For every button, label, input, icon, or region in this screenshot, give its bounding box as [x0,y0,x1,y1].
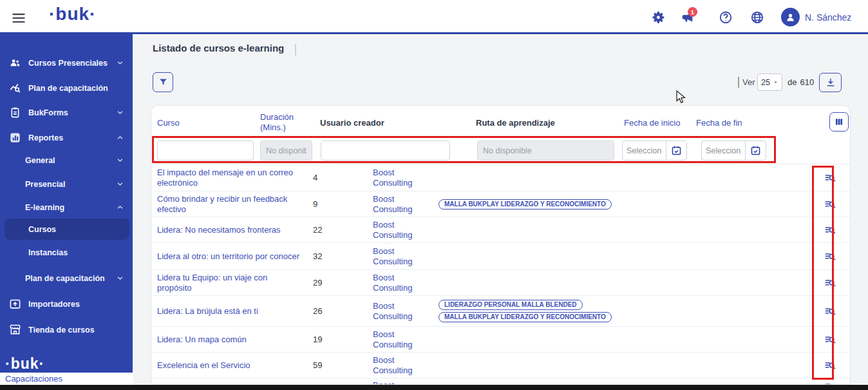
duration-cell: 9 [313,191,317,217]
sidebar-item-plan-de-capacitaci-n[interactable]: Plan de capacitación [0,268,133,289]
clipboard-icon [9,106,21,119]
chevron-icon [116,203,124,211]
duration-cell: 32 [313,243,322,269]
table-row: Lidera: La brújula está en ti 26 Boost C… [151,295,850,326]
sidebar-item-importadores[interactable]: Importadores [0,293,133,315]
sidebar-item-bukforms[interactable]: BukForms [0,102,133,123]
sidebar: Cursos Presenciales Plan de capacitación… [0,34,133,373]
course-link[interactable]: Lidera al otro: un territorio por conoce… [157,251,299,261]
download-button[interactable] [819,73,842,92]
view-course-details-button[interactable] [824,250,836,262]
creator-link[interactable]: Boost Consulting [373,355,427,375]
sidebar-item-presencial[interactable]: Presencial [0,173,133,195]
fecha-fin-input[interactable] [701,141,745,161]
duration-cell: 22 [313,217,322,242]
column-header-fecha-fin[interactable]: Fecha de fin [696,106,742,139]
duration-cell: 4 [313,164,317,191]
chevron-icon [116,108,124,117]
view-course-details-button[interactable] [824,333,836,346]
bar-chart-icon [9,132,21,144]
course-link[interactable]: Lidera: La brújula está en ti [157,306,258,316]
view-course-details-button[interactable] [824,171,836,184]
filter-fecha-fin [701,141,766,161]
avatar[interactable] [781,8,800,26]
table-row: Lidera: No necesitamos fronteras 22 Boos… [151,217,850,242]
course-link[interactable]: El impacto del mensaje en un correo elec… [157,168,303,188]
page-size-value: 25 [761,78,770,87]
folder-up-icon [9,298,21,310]
learning-path-cell [439,217,638,242]
calendar-check-icon [750,145,761,156]
learning-path-badge: LIDERAZGO PERSONAL MALLA BLENDED [439,300,583,310]
view-course-details-button[interactable] [824,305,836,317]
view-course-details-button[interactable] [824,380,836,385]
sidebar-item-e-learning[interactable]: E-learning [0,197,133,218]
creator-link[interactable]: Boost Consulting [373,168,427,188]
learning-path-badge: MALLA BUKPLAY LIDERAZGO Y RECONOCIMIENTO [439,312,612,322]
learning-path-cell [439,353,638,378]
learning-path-cell [439,270,638,295]
sidebar-item-instancias[interactable]: Instancias [0,242,133,263]
duration-cell: 19 [313,327,322,352]
filter-funnel-icon [158,77,168,87]
buk-logo: ·buk· [49,4,96,24]
calendar-button[interactable] [666,141,687,161]
chevron-icon [116,274,124,282]
course-link[interactable]: Excelencia en el Servicio [157,360,250,370]
chevron-icon [116,133,124,142]
filter-button[interactable] [153,72,173,92]
creator-link[interactable]: Boost Consulting [373,301,427,321]
learning-path-cell [439,327,638,352]
sidebar-item-plan-de-capacitaci-n[interactable]: Plan de capacitación [0,77,133,99]
total-value: 610 [800,77,814,87]
chart-search-icon [9,82,21,94]
fecha-inicio-input[interactable] [622,141,666,161]
calendar-button[interactable] [745,141,766,161]
view-course-details-button[interactable] [824,277,836,289]
creator-link[interactable]: Boost Consulting [373,273,427,293]
course-link[interactable]: Lidera tu Equipo: un viaje con propósito [157,273,303,293]
sidebar-footer-logo: ·buk· [5,355,44,373]
learning-path-cell: LIDERAZGO PERSONAL MALLA BLENDEDMALLA BU… [439,296,638,326]
creator-link[interactable]: Boost Consulting [373,220,427,240]
view-course-details-button[interactable] [824,359,836,371]
table-row: Lidera: Un mapa común 19 Boost Consultin… [151,326,850,352]
column-header-curso[interactable]: Curso [157,106,180,139]
view-course-details-button[interactable] [824,198,836,210]
creator-link[interactable]: Boost Consulting [373,380,427,385]
table-row: Excelencia en el Servicio 59 Boost Consu… [151,352,850,378]
page-size-select[interactable]: 25 [757,73,782,91]
table-row: Boost Consulting [151,378,850,385]
help-circle-icon[interactable] [719,10,733,24]
filter-usuario-input[interactable] [321,141,450,161]
creator-link[interactable]: Boost Consulting [373,194,427,214]
course-link[interactable]: Cómo brindar y recibir un feedback efect… [157,194,303,214]
chevron-down-icon [773,79,778,85]
columns-icon [834,117,844,127]
filter-curso-input[interactable] [157,141,254,161]
learning-path-cell [439,378,638,385]
table-row: Cómo brindar y recibir un feedback efect… [151,191,850,217]
course-link[interactable]: Lidera: No necesitamos fronteras [157,225,280,235]
sidebar-item-cursos-presenciales[interactable]: Cursos Presenciales [0,52,133,73]
hamburger-icon[interactable] [10,10,27,24]
sidebar-item-general[interactable]: General [0,150,133,171]
creator-link[interactable]: Boost Consulting [373,246,427,266]
course-link[interactable]: Lidera: Un mapa común [157,335,247,344]
top-bar: ·buk· 1 N. Sánchez [0,0,868,34]
user-name[interactable]: N. Sánchez [805,12,851,23]
table-row: El impacto del mensaje en un correo elec… [151,164,850,191]
sidebar-item-tienda-de-cursos[interactable]: Tienda de cursos [0,319,133,340]
globe-icon[interactable] [750,10,764,24]
column-header-duracion[interactable]: Duración (Mins.) [260,106,300,139]
columns-config-button[interactable] [829,112,849,132]
sidebar-item-reportes[interactable]: Reportes [0,127,133,148]
gear-icon[interactable] [652,10,666,24]
title-divider [295,44,296,55]
column-header-fecha-inicio[interactable]: Fecha de inicio [624,106,680,139]
calendar-check-icon [671,145,682,156]
creator-link[interactable]: Boost Consulting [373,329,427,349]
sidebar-item-cursos[interactable]: Cursos [5,219,129,240]
view-course-details-button[interactable] [824,224,836,236]
column-header-usuario-creador: Usuario creador [320,106,384,139]
